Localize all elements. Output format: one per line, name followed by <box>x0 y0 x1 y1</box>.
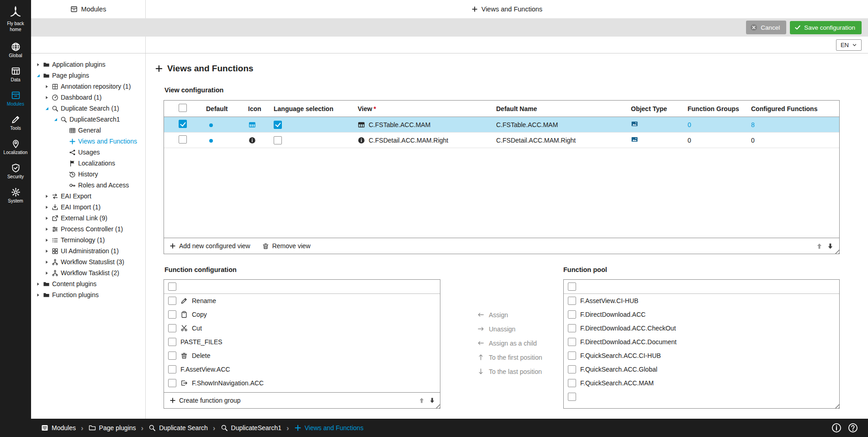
tree-item-annotation-repository-1[interactable]: Annotation repository (1) <box>31 81 145 92</box>
create-function-group-button[interactable]: Create function group <box>169 397 241 404</box>
tree-item-dashboard-1[interactable]: Dashboard (1) <box>31 92 145 103</box>
function-groups-value[interactable]: 0 <box>688 137 691 144</box>
move-function-down-button[interactable] <box>429 397 435 404</box>
item-checkbox[interactable] <box>168 324 176 332</box>
assign-button[interactable]: Assign <box>477 308 542 322</box>
configured-functions-value[interactable]: 0 <box>751 137 755 144</box>
table-row[interactable]: C.FSDetail.ACC.MAM.RightC.FSDetail.ACC.M… <box>164 133 839 148</box>
tree-item-history[interactable]: History <box>31 169 145 180</box>
tree-item-usages[interactable]: Usages <box>31 147 145 158</box>
expander-collapsed-icon[interactable] <box>44 249 49 254</box>
expander-collapsed-icon[interactable] <box>44 216 49 221</box>
expander-collapsed-icon[interactable] <box>44 205 49 210</box>
tree-item-eai-export[interactable]: EAI Export <box>31 191 145 202</box>
tree-item-general[interactable]: General <box>31 125 145 136</box>
tree-item-roles-and-access[interactable]: Roles and Access <box>31 180 145 191</box>
rail-item-global[interactable]: Global <box>4 38 28 62</box>
item-checkbox[interactable] <box>168 365 176 373</box>
unassign-button[interactable]: Unassign <box>477 322 542 336</box>
item-checkbox[interactable] <box>168 297 176 305</box>
language-selection-checkbox[interactable] <box>274 136 282 144</box>
breadcrumb-item-duplicate-search[interactable]: Duplicate Search <box>148 424 208 432</box>
item-checkbox[interactable] <box>568 393 576 401</box>
to-the-first-position-button[interactable]: To the first position <box>477 350 542 364</box>
rail-item-tools[interactable]: Tools <box>4 111 28 135</box>
item-checkbox[interactable] <box>568 365 576 373</box>
tree-item-application-plugins[interactable]: Application plugins <box>31 59 145 70</box>
breadcrumb-item-page-plugins[interactable]: Page plugins <box>89 424 136 432</box>
item-checkbox[interactable] <box>568 352 576 360</box>
tree-item-duplicate-search-1[interactable]: Duplicate Search (1) <box>31 103 145 114</box>
move-function-up-button[interactable] <box>418 397 425 404</box>
tree-item-localizations[interactable]: Localizations <box>31 158 145 169</box>
list-item-rename[interactable]: Rename <box>164 294 440 308</box>
item-checkbox[interactable] <box>168 338 176 346</box>
list-item-paste-files[interactable]: PASTE_FILES <box>164 335 440 349</box>
list-item-f-directdownload-acc[interactable]: F.DirectDownload.ACC <box>564 308 839 321</box>
expander-collapsed-icon[interactable] <box>44 271 49 276</box>
default-radio[interactable] <box>209 139 213 143</box>
tree-item-process-controller-1[interactable]: Process Controller (1) <box>31 224 145 234</box>
language-selector[interactable]: EN <box>836 39 862 51</box>
help-circle-icon[interactable] <box>848 423 858 433</box>
item-checkbox[interactable] <box>568 379 576 387</box>
list-item-cut[interactable]: Cut <box>164 321 440 335</box>
breadcrumb-item-duplicatesearch1[interactable]: DuplicateSearch1 <box>221 424 282 432</box>
list-item-f-quicksearch-acc-ci-hub[interactable]: F.QuickSearch.ACC.CI-HUB <box>564 349 839 362</box>
expander-collapsed-icon[interactable] <box>44 84 49 89</box>
tree-item-ui-administration-1[interactable]: UI Administration (1) <box>31 245 145 256</box>
breadcrumb-item-modules[interactable]: Modules <box>41 424 76 432</box>
configured-functions-value[interactable]: 8 <box>751 121 755 128</box>
expander-expanded-icon[interactable] <box>53 117 58 122</box>
tree-item-views-and-functions[interactable]: Views and Functions <box>31 136 145 147</box>
list-item-f-quicksearch-acc-mam[interactable]: F.QuickSearch.ACC.MAM <box>564 376 839 390</box>
rail-item-data[interactable]: Data <box>4 62 28 86</box>
rail-item-security[interactable]: Security <box>4 159 28 183</box>
expander-collapsed-icon[interactable] <box>36 282 41 287</box>
list-item-f-assetview-ci-hub[interactable]: F.AssetView.CI-HUB <box>564 294 839 308</box>
row-checkbox[interactable] <box>179 120 187 128</box>
table-row[interactable]: C.FSTable.ACC.MAMC.FSTable.ACC.MAM08 <box>164 117 839 133</box>
breadcrumb-item-views-and-functions[interactable]: Views and Functions <box>294 424 364 432</box>
remove-view-button[interactable]: Remove view <box>262 242 311 250</box>
rail-item-modules[interactable]: Modules <box>4 86 28 111</box>
select-all-checkbox[interactable] <box>168 282 176 291</box>
info-circle-icon[interactable] <box>831 423 842 433</box>
tree-item-duplicatesearch1[interactable]: DuplicateSearch1 <box>31 114 145 125</box>
tree-item-function-plugins[interactable]: Function plugins <box>31 289 145 300</box>
expander-collapsed-icon[interactable] <box>44 194 49 199</box>
item-checkbox[interactable] <box>168 379 176 387</box>
add-view-button[interactable]: Add new configured view <box>169 242 250 250</box>
move-row-up-button[interactable] <box>816 243 823 250</box>
rail-item-system[interactable]: System <box>4 183 28 208</box>
to-the-last-position-button[interactable]: To the last position <box>477 364 542 378</box>
modules-header[interactable]: Modules <box>31 0 145 18</box>
expander-collapsed-icon[interactable] <box>36 293 41 298</box>
list-item-f-assetview-acc[interactable]: F.AssetView.ACC <box>164 362 440 376</box>
tree-item-page-plugins[interactable]: Page plugins <box>31 70 145 81</box>
expander-expanded-icon[interactable] <box>36 73 41 78</box>
item-checkbox[interactable] <box>568 297 576 305</box>
save-configuration-button[interactable]: Save configuration <box>790 21 862 34</box>
function-groups-value[interactable]: 0 <box>688 121 691 128</box>
item-checkbox[interactable] <box>568 338 576 346</box>
select-all-checkbox[interactable] <box>568 282 576 291</box>
expander-collapsed-icon[interactable] <box>36 62 41 67</box>
list-item-f-directdownload-acc-checkout[interactable]: F.DirectDownload.ACC.CheckOut <box>564 321 839 335</box>
tree-item-external-link-9[interactable]: External Link (9) <box>31 213 145 224</box>
expander-collapsed-icon[interactable] <box>44 260 49 265</box>
item-checkbox[interactable] <box>168 352 176 360</box>
row-checkbox[interactable] <box>179 135 187 144</box>
list-item-f-showinnavigation-acc[interactable]: F.ShowInNavigation.ACC <box>164 376 440 390</box>
expander-collapsed-icon[interactable] <box>44 95 49 100</box>
tree-item-content-plugins[interactable]: Content plugins <box>31 278 145 289</box>
tab-views-and-functions[interactable]: Views and Functions <box>471 5 543 13</box>
expander-collapsed-icon[interactable] <box>44 227 49 232</box>
item-checkbox[interactable] <box>568 310 576 319</box>
select-all-checkbox[interactable] <box>179 104 187 112</box>
tree-item-workflow-statuslist-3[interactable]: Workflow Statuslist (3) <box>31 256 145 267</box>
assign-as-a-child-button[interactable]: Assign as a child <box>477 336 542 350</box>
tree-item-workflow-tasklist-2[interactable]: Workflow Tasklist (2) <box>31 267 145 278</box>
list-item-f-quicksearch-acc-global[interactable]: F.QuickSearch.ACC.Global <box>564 362 839 376</box>
home-logo[interactable]: Fly back home <box>3 0 28 38</box>
